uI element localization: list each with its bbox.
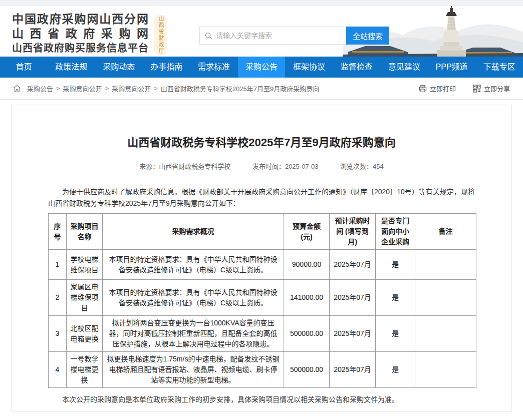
cell-budget: 500000.00 (284, 316, 330, 352)
views-label: 浏览次数： (340, 163, 373, 170)
cell-budget: 141000.00 (284, 280, 330, 316)
article-title: 山西省财政税务专科学校2025年7月至9月政府采购意向 (48, 133, 475, 149)
cell-budget: 500000.00 (284, 352, 330, 388)
col-header-planned-time: 预计采购时间 (填写到月) (330, 214, 376, 250)
seal-text: 山西省财政厅 (158, 16, 163, 55)
col-header-remarks: 备注 (415, 214, 476, 250)
breadcrumb-current-page: 山西省财政税务专科学校2025年7月至9月政府采购意向 (161, 84, 319, 93)
cell-demand-overview: 本项目的特定资格要求：具有《中华人民共和国特种设备安装改造维修许可证》（电梯）C… (103, 250, 284, 280)
main-nav: 首页 政策法规 采购动态 办事指南 需求标准 采购公告 框架协议 监督检查 意见… (0, 57, 523, 78)
cell-project-name: 学校电梯维保项目 (67, 250, 103, 280)
cell-project-name: 家属区电梯维保项目 (67, 280, 103, 316)
finance-department-seal: 山西省财政厅 (154, 15, 167, 55)
breadcrumb-bar: 采购公告 > 采购意向公开 > 采购意向公开 > 山西省财政税务专科学校2025… (0, 78, 523, 100)
nav-item-home[interactable]: 首页 (0, 57, 48, 78)
article-card: 山西省财政税务专科学校2025年7月至9月政府采购意向 来源：山西省财政税务专科… (11, 105, 512, 412)
search-input[interactable] (216, 32, 341, 40)
logo-line-3: 山西省政府购买服务信息平台 (12, 41, 148, 55)
source-value: 山西省财政税务专科学校 (159, 163, 230, 170)
top-strip (0, 0, 523, 6)
col-header-project-name: 采购项目名称 (67, 214, 103, 250)
cell-sme-oriented: 是 (376, 250, 415, 280)
procurement-intent-table: 序号 采购项目名称 采购需求概况 预算金额 (元) 预计采购时间 (填写到月) … (48, 213, 476, 388)
cell-demand-overview: 拟计划将两台变压变更换为一台1000KVA容量的变压器，同时对高低压控制柜重新匹… (103, 316, 284, 352)
logo-line-2: 山西省政府采购网 (12, 27, 148, 41)
share-label: 立即分享 (484, 84, 510, 93)
breadcrumb-item-2[interactable]: 采购意向公开 (63, 84, 102, 93)
publish-date-value: 2025-07-03 (285, 163, 319, 170)
nav-item-supervision[interactable]: 监督检查 (333, 57, 380, 78)
cell-remarks (415, 280, 476, 316)
cell-project-name: 一号教学楼电梯更换 (67, 352, 103, 388)
breadcrumb-separator: > (154, 85, 158, 92)
share-button[interactable]: 立即分享 (473, 84, 510, 93)
article-meta: 来源：山西省财政税务专科学校 发布时间：2025-07-03 浏览次数：454 (48, 161, 475, 171)
cell-seq: 3 (49, 316, 67, 352)
cell-sme-oriented: 是 (376, 280, 415, 316)
table-row: 1 学校电梯维保项目 本项目的特定资格要求：具有《中华人民共和国特种设备安装改造… (49, 250, 476, 280)
intro-paragraph: 为便于供应商及时了解政府采购信息，根据《财政部关于开展政府采购意向公开工作的通知… (48, 186, 475, 209)
qr-code-icon (473, 85, 481, 93)
nav-item-feedback[interactable]: 意见建议 (380, 57, 428, 78)
publish-date-label: 发布时间： (252, 163, 285, 170)
cell-planned-time: 2025年07月 (330, 280, 376, 316)
table-header-row: 序号 采购项目名称 采购需求概况 预算金额 (元) 预计采购时间 (填写到月) … (49, 214, 476, 250)
logo-line-1: 中国政府采购网山西分网 (12, 12, 148, 27)
page-actions: 立即打印 立即分享 (419, 84, 510, 93)
table-row: 3 北校区配电箱更换 拟计划将两台变压变更换为一台1000KVA容量的变压器，同… (49, 316, 476, 352)
cell-demand-overview: 本项目的特定资格要求：具有《中华人民共和国特种设备安装改造维修许可证》（电梯）C… (103, 280, 284, 316)
cell-planned-time: 2025年07月 (330, 316, 376, 352)
site-header: 中国政府采购网山西分网 山西省政府采购网 山西省政府购买服务信息平台 山西省财政… (0, 6, 523, 57)
breadcrumb-item-1[interactable]: 采购公告 (27, 84, 53, 93)
cell-sme-oriented: 是 (376, 352, 415, 388)
col-header-seq: 序号 (49, 214, 67, 250)
print-button[interactable]: 立即打印 (419, 84, 456, 93)
cell-demand-overview: 拟更换电梯速度为1.75m/s的中速电梯，配备发纹不锈钢电梯轿厢且配有语音报站、… (103, 352, 284, 388)
cell-sme-oriented: 是 (376, 316, 415, 352)
meta-divider (48, 178, 475, 178)
breadcrumb-item-3[interactable]: 采购意向公开 (112, 84, 151, 93)
cell-seq: 4 (49, 352, 67, 388)
nav-item-policies[interactable]: 政策法规 (48, 57, 95, 78)
views-value: 454 (373, 163, 384, 170)
search-icon (205, 32, 212, 40)
cell-planned-time: 2025年07月 (330, 250, 376, 280)
breadcrumb-separator: > (105, 85, 109, 92)
printer-icon (419, 85, 427, 93)
cell-remarks (415, 316, 476, 352)
home-icon[interactable] (13, 85, 21, 92)
nav-item-procurement-announcements[interactable]: 采购公告 (238, 57, 286, 78)
table-row: 2 家属区电梯维保项目 本项目的特定资格要求：具有《中华人民共和国特种设备安装改… (49, 280, 476, 316)
col-header-demand-overview: 采购需求概况 (103, 214, 284, 250)
col-header-sme-oriented: 是否专门面向中小企业采购 (376, 214, 415, 250)
cell-project-name: 北校区配电箱更换 (67, 316, 103, 352)
cell-remarks (415, 352, 476, 388)
print-label: 立即打印 (430, 84, 456, 93)
site-search-button[interactable]: 全站搜索 (346, 27, 389, 45)
nav-item-ppp-channel[interactable]: PPP频道 (428, 57, 475, 78)
cell-remarks (415, 250, 476, 280)
breadcrumb-separator: > (56, 85, 60, 92)
nav-item-downloads[interactable]: 下载专区 (475, 57, 523, 78)
nav-item-procurement-news[interactable]: 采购动态 (95, 57, 143, 78)
cell-seq: 2 (49, 280, 67, 316)
nav-item-demand-standards[interactable]: 需求标准 (190, 57, 238, 78)
table-row: 4 一号教学楼电梯更换 拟更换电梯速度为1.75m/s的中速电梯，配备发纹不锈钢… (49, 352, 476, 388)
site-search: 全站搜索 (199, 27, 389, 45)
source-label: 来源： (139, 163, 159, 170)
nav-item-service-guide[interactable]: 办事指南 (143, 57, 190, 78)
cell-budget: 90000.00 (284, 250, 330, 280)
col-header-budget: 预算金额 (元) (284, 214, 330, 250)
cell-planned-time: 2025年07月 (330, 352, 376, 388)
site-logo[interactable]: 中国政府采购网山西分网 山西省政府采购网 山西省政府购买服务信息平台 (12, 12, 148, 55)
footnote-paragraph: 本次公开的采购意向是本单位政府采购工作的初步安排，具体采购项目情况以相关采购公告… (48, 394, 475, 405)
nav-item-framework-agreements[interactable]: 框架协议 (285, 57, 333, 78)
search-box (199, 27, 346, 45)
cell-seq: 1 (49, 250, 67, 280)
